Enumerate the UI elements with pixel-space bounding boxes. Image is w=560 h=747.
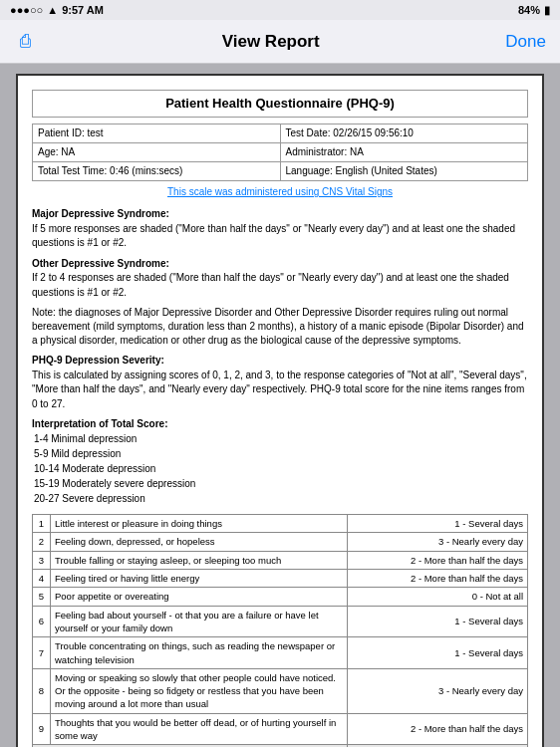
list-item: 15-19 Moderately severe depression bbox=[34, 476, 528, 491]
share-button[interactable]: ⎙ bbox=[14, 31, 36, 53]
question-score: 3 - Nearly every day bbox=[348, 533, 528, 551]
other-depressive-body: If 2 to 4 responses are shaded ("More th… bbox=[32, 272, 509, 298]
status-left: ●●●○○ ▲ 9:57 AM bbox=[10, 4, 104, 16]
battery-icon: ▮ bbox=[544, 4, 550, 17]
question-number: 6 bbox=[33, 606, 51, 637]
battery-percent: 84% bbox=[518, 4, 540, 16]
question-score: 1 - Several days bbox=[348, 606, 528, 637]
table-row: 4 Feeling tired or having little energy … bbox=[33, 570, 528, 588]
table-row: 5 Poor appetite or overeating 0 - Not at… bbox=[33, 588, 528, 606]
question-number: 3 bbox=[33, 551, 51, 569]
interpretation-title: Interpretation of Total Score: bbox=[32, 417, 528, 431]
question-text: Trouble concentrating on things, such as… bbox=[51, 637, 348, 669]
table-row: 3 Trouble falling or staying asleep, or … bbox=[33, 551, 528, 569]
signal-icon: ●●●○○ bbox=[10, 4, 43, 16]
other-depressive-title: Other Depressive Syndrome: bbox=[32, 258, 169, 269]
table-row: 8 Moving or speaking so slowly that othe… bbox=[33, 668, 528, 713]
question-score: 0 - Not at all bbox=[348, 588, 528, 606]
phq-info-table: Patient ID: test Test Date: 02/26/15 09:… bbox=[32, 124, 528, 181]
table-row: 6 Feeling bad about yourself - ot that y… bbox=[33, 606, 528, 637]
status-bar: ●●●○○ ▲ 9:57 AM 84% ▮ bbox=[0, 0, 560, 20]
question-number: 8 bbox=[33, 668, 51, 713]
question-text: Poor appetite or overeating bbox=[51, 588, 348, 606]
question-score: 1 - Several days bbox=[348, 515, 528, 533]
page-title: View Report bbox=[222, 32, 320, 52]
question-text: Feeling bad about yourself - ot that you… bbox=[51, 606, 348, 637]
question-text: Moving or speaking so slowly that other … bbox=[51, 668, 348, 713]
time: 9:57 AM bbox=[62, 4, 104, 16]
major-depressive-section: Major Depressive Syndrome: If 5 more res… bbox=[32, 207, 528, 251]
question-number: 1 bbox=[33, 515, 51, 533]
list-item: 10-14 Moderate depression bbox=[34, 461, 528, 476]
question-number: 5 bbox=[33, 588, 51, 606]
scale-link[interactable]: This scale was administered using CNS Vi… bbox=[32, 185, 528, 199]
done-button[interactable]: Done bbox=[505, 32, 546, 52]
patient-id: Patient ID: test bbox=[33, 124, 281, 143]
major-depressive-title: Major Depressive Syndrome: bbox=[32, 208, 169, 219]
interpretation-section: Interpretation of Total Score: 1-4 Minim… bbox=[32, 417, 528, 506]
total-test-time: Total Test Time: 0:46 (mins:secs) bbox=[33, 162, 281, 181]
report-paper: Patient Health Questionnaire (PHQ-9) Pat… bbox=[16, 74, 544, 747]
question-score: 1 - Several days bbox=[348, 637, 528, 669]
interpretation-list: 1-4 Minimal depression 5-9 Mild depressi… bbox=[34, 431, 528, 506]
test-date: Test Date: 02/26/15 09:56:10 bbox=[280, 124, 528, 143]
question-score: 2 - More than half the days bbox=[348, 570, 528, 588]
question-score: 3 - Nearly every day bbox=[348, 668, 528, 713]
question-text: Trouble falling or staying asleep, or sl… bbox=[51, 551, 348, 569]
major-depressive-body: If 5 more responses are shaded ("More th… bbox=[32, 223, 515, 249]
table-row: 1 Little interest or pleasure in doing t… bbox=[33, 515, 528, 533]
administrator: Administrator: NA bbox=[280, 143, 528, 162]
table-row: 2 Feeling down, depressed, or hopeless 3… bbox=[33, 533, 528, 551]
question-number: 4 bbox=[33, 570, 51, 588]
language: Language: English (United States) bbox=[280, 162, 528, 181]
content-area: Patient Health Questionnaire (PHQ-9) Pat… bbox=[0, 64, 560, 747]
status-right: 84% ▮ bbox=[518, 4, 550, 17]
question-text: Little interest or pleasure in doing thi… bbox=[51, 515, 348, 533]
question-text: Thoughts that you would be better off de… bbox=[51, 713, 348, 745]
list-item: 20-27 Severe depression bbox=[34, 491, 528, 506]
question-text: Feeling tired or having little energy bbox=[51, 570, 348, 588]
navigation-bar: ⎙ View Report Done bbox=[0, 20, 560, 64]
phq-severity-title: PHQ-9 Depression Severity: bbox=[32, 355, 164, 366]
table-row: 7 Trouble concentrating on things, such … bbox=[33, 637, 528, 669]
phq-severity-section: PHQ-9 Depression Severity: This is calcu… bbox=[32, 354, 528, 411]
question-score: 2 - More than half the days bbox=[348, 713, 528, 745]
phq-title-table: Patient Health Questionnaire (PHQ-9) bbox=[32, 90, 528, 118]
question-number: 9 bbox=[33, 713, 51, 745]
question-score: 2 - More than half the days bbox=[348, 551, 528, 569]
note-text: Note: the diagnoses of Major Depressive … bbox=[32, 306, 528, 348]
share-icon: ⎙ bbox=[20, 31, 31, 52]
phq-severity-body: This is calculated by assigning scores o… bbox=[32, 370, 527, 409]
list-item: 1-4 Minimal depression bbox=[34, 431, 528, 446]
question-number: 7 bbox=[33, 637, 51, 669]
list-item: 5-9 Mild depression bbox=[34, 446, 528, 461]
question-number: 2 bbox=[33, 533, 51, 551]
report-title: Patient Health Questionnaire (PHQ-9) bbox=[33, 91, 528, 118]
question-text: Feeling down, depressed, or hopeless bbox=[51, 533, 348, 551]
table-row: 9 Thoughts that you would be better off … bbox=[33, 713, 528, 745]
wifi-icon: ▲ bbox=[47, 4, 58, 16]
other-depressive-section: Other Depressive Syndrome: If 2 to 4 res… bbox=[32, 257, 528, 301]
age: Age: NA bbox=[33, 143, 281, 162]
questions-table: 1 Little interest or pleasure in doing t… bbox=[32, 514, 528, 747]
